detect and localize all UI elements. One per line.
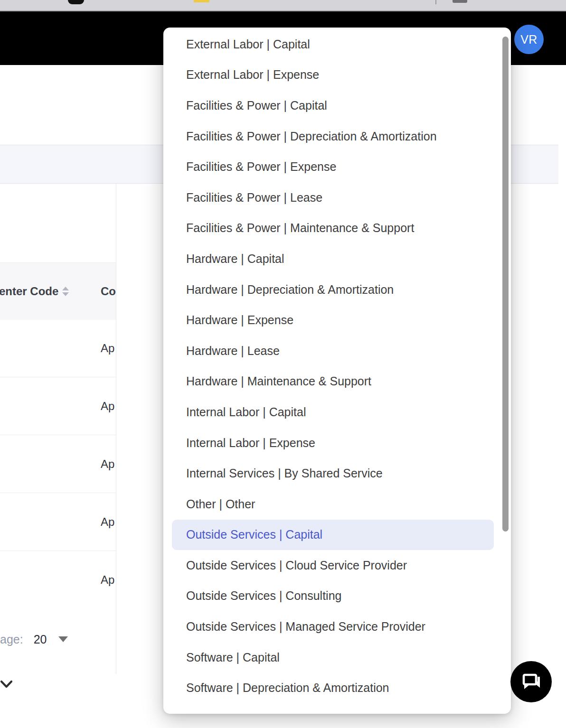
dropdown-option[interactable]: Facilities & Power | Maintenance & Suppo… (172, 213, 494, 244)
dropdown-option[interactable]: Software | Expense (172, 703, 494, 714)
table-cell: Ap (101, 342, 114, 355)
dropdown-option[interactable]: Facilities & Power | Capital (172, 90, 494, 121)
chat-fab-button[interactable] (510, 661, 552, 702)
table-row[interactable]: Ap (0, 551, 116, 608)
chrome-divider (435, 0, 436, 4)
dropdown-option[interactable]: Outside Services | Capital (172, 520, 494, 551)
dropdown-option[interactable]: Other | Other (172, 489, 494, 520)
dropdown-option[interactable]: Hardware | Capital (172, 243, 494, 274)
dropdown-option[interactable]: Internal Services | By Shared Service (172, 458, 494, 489)
chevron-down-icon[interactable] (0, 677, 13, 691)
table-body: ApApApApAp (0, 319, 116, 608)
avatar[interactable]: VR (514, 25, 544, 54)
dropdown-option[interactable]: Facilities & Power | Lease (172, 182, 494, 213)
dropdown-option[interactable]: External Labor | Expense (172, 60, 494, 91)
table-cell: Ap (101, 457, 114, 471)
scrollbar-thumb[interactable] (502, 37, 509, 532)
table-panel: enter Code Co ApApApApAp (0, 184, 116, 674)
screen: 2) Clear enter Code Co ApApApApAp age: 2… (0, 0, 566, 728)
dropdown-option[interactable]: Outside Services | Consulting (172, 581, 494, 612)
column-header-center-code[interactable]: enter Code (0, 263, 58, 320)
dropdown-option[interactable]: Hardware | Lease (172, 336, 494, 366)
favicon-icon (68, 0, 84, 4)
table-row[interactable]: Ap (0, 493, 116, 551)
dropdown-option[interactable]: Outside Services | Managed Service Provi… (172, 611, 494, 642)
chat-icon (520, 671, 542, 693)
dropdown-option[interactable]: Software | Capital (172, 642, 494, 673)
table-header-row: enter Code Co (0, 262, 116, 320)
dropdown-option[interactable]: Facilities & Power | Expense (172, 151, 494, 182)
dropdown-option[interactable]: Software | Depreciation & Amortization (172, 672, 494, 703)
dropdown-option[interactable]: Hardware | Expense (172, 305, 494, 336)
column-header-co[interactable]: Co (101, 263, 116, 320)
table-cell: Ap (101, 573, 114, 587)
table-row[interactable]: Ap (0, 319, 116, 377)
dropdown-menu: External Labor | CapitalExternal Labor |… (163, 28, 511, 714)
rows-per-page-label: age: (0, 633, 23, 646)
dropdown-option[interactable]: Facilities & Power | Depreciation & Amor… (172, 121, 494, 152)
browser-chrome (0, 0, 566, 11)
table-cell: Ap (101, 400, 114, 413)
dropdown-list: External Labor | CapitalExternal Labor |… (163, 28, 511, 714)
page-size-value[interactable]: 20 (34, 633, 47, 646)
dropdown-option[interactable]: Internal Labor | Expense (172, 428, 494, 458)
chrome-button-icon (453, 0, 467, 3)
dropdown-option[interactable]: External Labor | Capital (172, 29, 494, 60)
pagination: age: 20 (0, 630, 68, 649)
tab-accent-icon (194, 0, 209, 2)
table-cell: Ap (101, 515, 114, 529)
table-row[interactable]: Ap (0, 377, 116, 435)
dropdown-option[interactable]: Hardware | Maintenance & Support (172, 366, 494, 397)
dropdown-option[interactable]: Internal Labor | Capital (172, 397, 494, 428)
sort-icon[interactable] (62, 287, 69, 296)
table-row[interactable]: Ap (0, 435, 116, 493)
caret-down-icon[interactable] (58, 636, 68, 642)
dropdown-option[interactable]: Outside Services | Cloud Service Provide… (172, 550, 494, 581)
dropdown-option[interactable]: Hardware | Depreciation & Amortization (172, 274, 494, 305)
